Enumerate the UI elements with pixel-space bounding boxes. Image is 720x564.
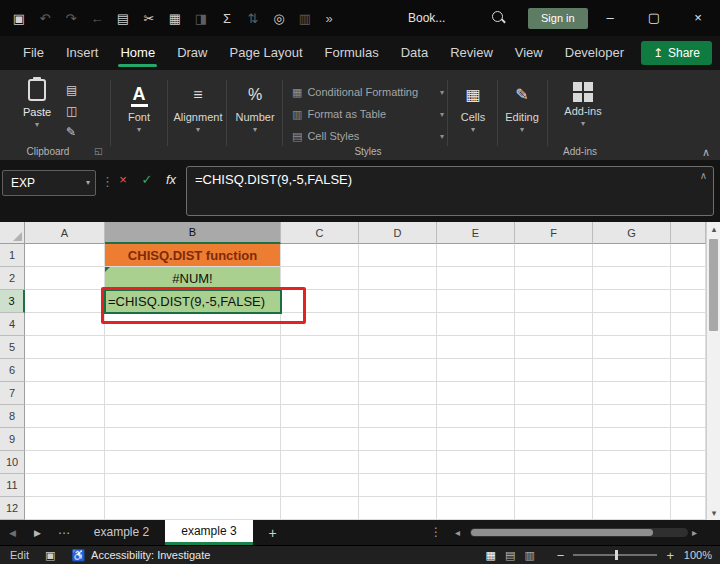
cell-C9[interactable] <box>281 428 359 451</box>
scroll-left-icon[interactable]: ◂ <box>455 520 460 545</box>
add-sheet-button[interactable]: + <box>253 525 293 541</box>
column-header-partial[interactable] <box>671 222 706 244</box>
cell-F4[interactable] <box>515 313 593 336</box>
cell-A11[interactable] <box>25 474 105 497</box>
column-header-B[interactable]: B <box>105 222 281 244</box>
cell-F7[interactable] <box>515 382 593 405</box>
paste-special-icon[interactable]: ◫ <box>66 104 77 118</box>
cell-E11[interactable] <box>437 474 515 497</box>
row-header-5[interactable]: 5 <box>0 336 25 359</box>
search-icon[interactable] <box>492 11 505 24</box>
zoom-out-icon[interactable]: − <box>557 548 565 563</box>
cell-A8[interactable] <box>25 405 105 428</box>
cell-partial-11[interactable] <box>671 474 706 497</box>
row-header-8[interactable]: 8 <box>0 405 25 428</box>
column-header-A[interactable]: A <box>25 222 105 244</box>
sum-icon[interactable]: Σ <box>214 11 240 26</box>
cut-icon[interactable]: ✂ <box>136 11 162 26</box>
row-header-7[interactable]: 7 <box>0 382 25 405</box>
sheet-tab-example-3[interactable]: example 3 <box>165 520 252 545</box>
cancel-entry-button[interactable]: × <box>112 172 134 187</box>
vertical-scrollbar[interactable]: ▴ ▾ <box>706 222 720 520</box>
alignment-group-button[interactable]: ≡ Alignment ▾ <box>170 82 226 134</box>
cell-E7[interactable] <box>437 382 515 405</box>
cell-styles-button[interactable]: ▤ Cell Styles ▾ <box>292 128 444 144</box>
cell-B6[interactable] <box>105 359 281 382</box>
cell-A2[interactable] <box>25 267 105 290</box>
conditional-formatting-button[interactable]: ▦ Conditional Formatting ▾ <box>292 84 444 100</box>
cell-D11[interactable] <box>359 474 437 497</box>
chevron-down-icon[interactable]: ▾ <box>86 171 90 195</box>
borders-icon[interactable]: ▥ <box>292 11 318 26</box>
cell-A7[interactable] <box>25 382 105 405</box>
column-header-D[interactable]: D <box>359 222 437 244</box>
accessibility-status[interactable]: Accessibility: Investigate <box>91 549 210 561</box>
redo-icon[interactable]: ↷ <box>58 11 84 26</box>
cell-D10[interactable] <box>359 451 437 474</box>
tab-page-layout[interactable]: Page Layout <box>219 36 314 70</box>
row-header-2[interactable]: 2 <box>0 267 25 290</box>
camera-icon[interactable]: ◎ <box>266 11 292 26</box>
cell-A6[interactable] <box>25 359 105 382</box>
cell-D12[interactable] <box>359 497 437 520</box>
collapse-formula-bar-icon[interactable]: ∧ <box>700 170 707 181</box>
cell-D5[interactable] <box>359 336 437 359</box>
zoom-level[interactable]: 100% <box>674 549 712 561</box>
prev-sheet-icon[interactable]: ◀ <box>0 528 25 538</box>
cell-A10[interactable] <box>25 451 105 474</box>
cell-A3[interactable] <box>25 290 105 313</box>
cell-F12[interactable] <box>515 497 593 520</box>
cell-partial-1[interactable] <box>671 244 706 267</box>
more-commands-icon[interactable]: » <box>318 11 340 26</box>
cell-B4[interactable] <box>105 313 281 336</box>
copy-icon[interactable]: ▤ <box>66 83 77 97</box>
cell-partial-7[interactable] <box>671 382 706 405</box>
next-sheet-icon[interactable]: ▶ <box>25 528 50 538</box>
cell-D6[interactable] <box>359 359 437 382</box>
cell-E1[interactable] <box>437 244 515 267</box>
collapse-ribbon-icon[interactable]: ∧ <box>702 146 710 159</box>
cell-partial-2[interactable] <box>671 267 706 290</box>
format-painter-icon[interactable]: ◨ <box>188 11 214 26</box>
vertical-scrollbar-thumb[interactable] <box>709 239 718 331</box>
cell-C11[interactable] <box>281 474 359 497</box>
column-header-F[interactable]: F <box>515 222 593 244</box>
row-header-11[interactable]: 11 <box>0 474 25 497</box>
cell-B7[interactable] <box>105 382 281 405</box>
paste-button[interactable]: Paste ▾ <box>14 79 60 129</box>
page-layout-view-icon[interactable]: ▤ <box>505 549 515 562</box>
column-header-C[interactable]: C <box>281 222 359 244</box>
cell-partial-9[interactable] <box>671 428 706 451</box>
cell-F5[interactable] <box>515 336 593 359</box>
horizontal-scrollbar-thumb[interactable] <box>471 529 653 536</box>
cell-C12[interactable] <box>281 497 359 520</box>
cell-B12[interactable] <box>105 497 281 520</box>
picture-icon[interactable]: ▦ <box>162 11 188 26</box>
zoom-slider[interactable] <box>573 554 657 556</box>
zoom-slider-thumb[interactable] <box>615 550 618 560</box>
cell-B1[interactable]: CHISQ.DIST function <box>105 244 281 267</box>
close-button[interactable]: × <box>676 0 720 36</box>
cell-G7[interactable] <box>593 382 671 405</box>
cell-G6[interactable] <box>593 359 671 382</box>
cell-C4[interactable] <box>281 313 359 336</box>
save-icon[interactable]: ▣ <box>6 11 32 26</box>
sheet-tab-example-2[interactable]: example 2 <box>78 520 165 545</box>
sign-in-button[interactable]: Sign in <box>528 8 588 29</box>
cell-D7[interactable] <box>359 382 437 405</box>
cell-C3[interactable] <box>281 290 359 313</box>
cell-C8[interactable] <box>281 405 359 428</box>
row-header-10[interactable]: 10 <box>0 451 25 474</box>
cell-C5[interactable] <box>281 336 359 359</box>
cell-E10[interactable] <box>437 451 515 474</box>
macro-record-icon[interactable]: ▣ <box>45 549 55 562</box>
cell-G11[interactable] <box>593 474 671 497</box>
cell-partial-3[interactable] <box>671 290 706 313</box>
cell-G1[interactable] <box>593 244 671 267</box>
column-header-E[interactable]: E <box>437 222 515 244</box>
format-painter-icon[interactable]: ✎ <box>66 125 77 139</box>
cell-E5[interactable] <box>437 336 515 359</box>
cell-B10[interactable] <box>105 451 281 474</box>
cell-B8[interactable] <box>105 405 281 428</box>
minimize-button[interactable]: – <box>588 0 632 36</box>
